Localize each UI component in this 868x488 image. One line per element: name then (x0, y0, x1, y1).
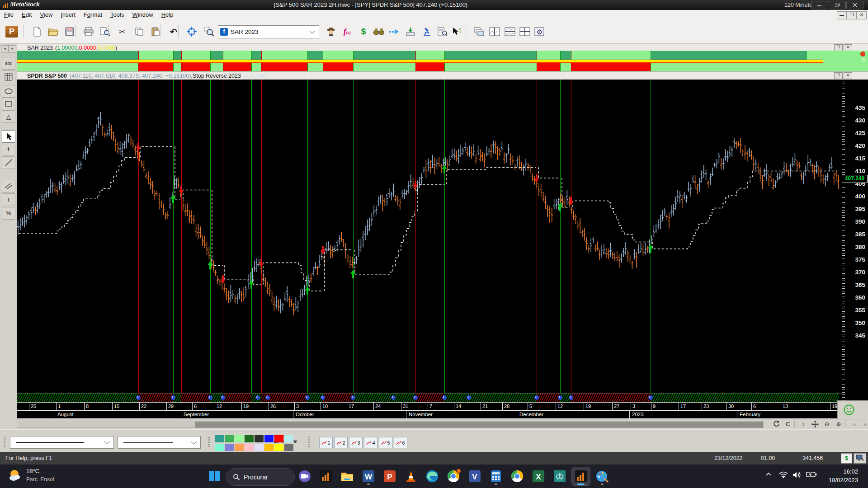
minimize-button[interactable] (811, 1, 828, 9)
scroll-right-button[interactable]: ▸ (860, 420, 868, 428)
refresh-button[interactable] (771, 420, 782, 428)
palette-color[interactable] (255, 435, 264, 442)
close-button[interactable] (846, 1, 863, 9)
crosshair-button[interactable] (184, 23, 200, 40)
go-arrow-button[interactable] (386, 23, 402, 40)
symbol-combobox[interactable]: f SAR 2023 (218, 25, 319, 38)
weather-widget[interactable]: 18°C Parc. Ensol (7, 467, 54, 483)
price-chart-canvas[interactable] (17, 80, 842, 402)
chart-panel-close-button[interactable]: ✕ (844, 72, 852, 79)
toolbar-grip[interactable] (208, 437, 210, 447)
text-cursor-tool[interactable]: I (2, 193, 15, 206)
triangle-tool[interactable]: △ (2, 110, 15, 123)
search-box[interactable]: Procurar (226, 468, 295, 486)
scroll-right-tool[interactable]: ▸ (9, 45, 16, 53)
menu-item-format[interactable]: Format (80, 10, 106, 19)
battery-icon[interactable] (806, 471, 817, 478)
palette-color[interactable] (225, 435, 234, 442)
palette-color[interactable] (274, 444, 283, 451)
taskbar-app-excel[interactable]: X (529, 467, 547, 485)
palette-color[interactable] (274, 435, 283, 442)
restore-button[interactable] (829, 1, 846, 9)
mdi-minimize-button[interactable]: ▬ (837, 11, 847, 19)
chart-template-button-6[interactable]: 6 (394, 437, 407, 448)
date-axis[interactable]: 2518152229612192631017243171421285121927… (17, 402, 837, 419)
taskbar-app-paint[interactable] (593, 467, 611, 485)
taskbar-app-chess[interactable]: ♔ (551, 467, 569, 485)
cut-button[interactable]: ✂ (114, 23, 130, 40)
horizontal-scrollbar[interactable] (17, 421, 764, 428)
open-button[interactable] (45, 23, 61, 40)
datalink-status-button[interactable] (854, 453, 866, 464)
zoom-in-button[interactable]: ⊕ (833, 420, 844, 428)
chart-panel-maximize-button[interactable]: ❐ (834, 72, 843, 79)
price-axis[interactable]: 4354304254204154104054003953903853803753… (842, 80, 868, 402)
vertical-zoom-button[interactable]: ↕ (798, 420, 809, 428)
chart-template-button-2[interactable]: 2 (334, 437, 348, 448)
scroll-left-tool[interactable]: ◂ (1, 45, 9, 53)
rectangle-tool[interactable] (2, 98, 15, 110)
mdi-close-button[interactable]: ✕ (857, 11, 867, 19)
move-button[interactable] (810, 420, 821, 428)
help-pointer-button[interactable]: ? (448, 23, 465, 40)
options-button[interactable]: ⚙ (531, 23, 547, 40)
start-button[interactable] (209, 470, 220, 482)
menu-item-insert[interactable]: Insert (57, 10, 80, 19)
toolbar-grip[interactable] (4, 437, 5, 447)
print-button[interactable] (80, 23, 97, 40)
menu-item-help[interactable]: Help (157, 10, 178, 19)
menu-item-tools[interactable]: Tools (106, 10, 128, 19)
text-abc-tool[interactable]: abc (2, 57, 15, 70)
sar-panel-maximize-button[interactable]: ❐ (834, 44, 843, 51)
wifi-icon[interactable] (779, 471, 788, 479)
line-style-combobox[interactable] (10, 436, 114, 449)
mdi-restore-button[interactable]: ❐ (847, 11, 857, 19)
taskbar-app-edge[interactable] (423, 467, 441, 485)
menu-item-view[interactable]: View (36, 10, 57, 19)
palette-color[interactable] (235, 444, 244, 451)
palette-color[interactable] (284, 435, 293, 442)
menu-item-file[interactable]: File (0, 10, 18, 19)
taskbar-app-powerpoint[interactable]: P (381, 467, 399, 485)
taskbar-app-word[interactable]: W (359, 467, 377, 485)
ellipse-tool[interactable] (2, 85, 15, 98)
taskbar-app-metastock-active[interactable] (572, 467, 590, 485)
taskbar-app-chat[interactable] (296, 467, 314, 485)
palette-color[interactable] (225, 444, 234, 451)
copy-button[interactable] (131, 23, 147, 40)
palette-color[interactable] (245, 435, 254, 442)
toolbar-grip[interactable] (308, 437, 310, 447)
tile-vertical-button[interactable] (486, 23, 503, 40)
line-weight-combobox[interactable] (118, 436, 201, 449)
taskbar-app-visio[interactable]: V (466, 467, 484, 485)
zoom-box-button[interactable] (201, 23, 217, 40)
recalc-button[interactable]: C (783, 420, 793, 428)
taskbar-app-file-explorer[interactable] (338, 467, 356, 485)
palette-color[interactable] (264, 444, 274, 451)
undo-button[interactable]: ↶ (165, 23, 182, 40)
tray-chevron-icon[interactable] (765, 471, 772, 478)
taskbar-clock[interactable]: 16:02 18/02/2023 (829, 467, 858, 484)
menu-item-window[interactable]: Window (128, 10, 157, 19)
downloader-button[interactable] (402, 23, 419, 40)
volume-icon[interactable] (793, 471, 802, 479)
binoculars-button[interactable] (371, 23, 387, 40)
plus-tool[interactable]: + (2, 143, 15, 155)
chart-template-button-5[interactable]: 5 (379, 437, 392, 448)
chart-template-button-1[interactable]: 1 (319, 437, 333, 448)
zoom-out-button[interactable]: ⊖ (821, 420, 832, 428)
palette-color[interactable] (235, 435, 244, 442)
dollar-button[interactable]: $ (355, 23, 372, 40)
palette-color[interactable] (245, 444, 254, 451)
new-button[interactable] (29, 23, 45, 40)
microscope-button[interactable] (419, 23, 435, 40)
taskbar-app-metastock[interactable] (317, 467, 335, 485)
palette-color[interactable] (284, 444, 293, 451)
percent-tool[interactable]: % (2, 207, 15, 220)
function-button[interactable]: f(x) (339, 23, 355, 40)
menu-item-edit[interactable]: Edit (18, 10, 36, 19)
paste-button[interactable] (147, 23, 164, 40)
print-preview-button[interactable] (97, 23, 113, 40)
powerconsole-button[interactable]: P (4, 23, 20, 40)
chart-template-button-4[interactable]: 4 (364, 437, 377, 448)
